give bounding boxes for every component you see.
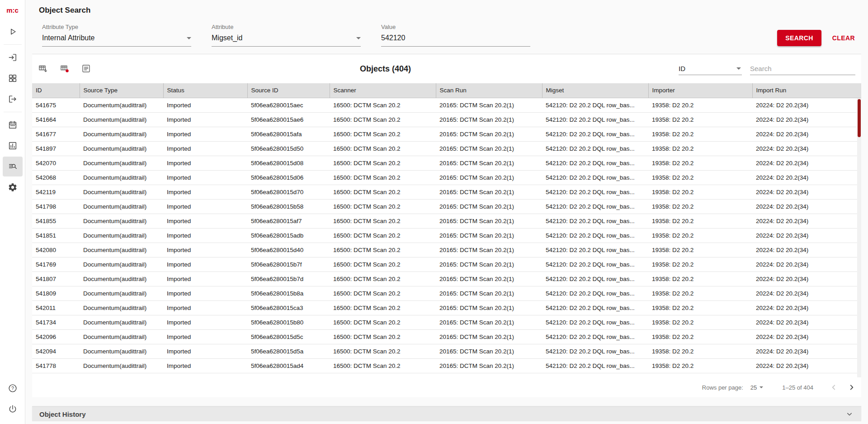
table-row[interactable]: 542068Documentum(audittrail)Imported5f06… [32,170,861,185]
table-row[interactable]: 541798Documentum(audittrail)Imported5f06… [32,199,861,214]
save-grid-settings-button[interactable] [37,63,49,75]
previous-page-button[interactable] [829,382,839,392]
cell-migset: 542120: D2 20.2 DQL row_bas... [542,98,648,112]
chevron-down-icon [356,37,361,39]
cell-import-run: 20224: D2 20.2(34) [752,315,861,329]
grid-icon [8,73,18,83]
cell-migset: 542120: D2 20.2 DQL row_bas... [542,272,648,286]
app-logo: m:c [6,6,19,14]
table-row[interactable]: 541851Documentum(audittrail)Imported5f06… [32,228,861,243]
sidebar-item-power[interactable] [3,399,23,419]
cell-migset: 542120: D2 20.2 DQL row_bas... [542,257,648,272]
column-header-status[interactable]: Status [163,83,247,98]
cell-status: Imported [163,199,247,214]
cell-source-id: 5f06ea6280015b7d [247,272,330,286]
cell-id: 542094 [32,344,80,358]
table-row[interactable]: 542119Documentum(audittrail)Imported5f06… [32,185,861,199]
cell-scanner: 16500: DCTM Scan 20.2 [330,185,436,199]
cell-scan-run: 20165: DCTM Scan 20.2(1) [436,344,542,358]
cell-status: Imported [163,185,247,199]
attribute-type-field: Attribute Type Internal Attribute [42,24,191,47]
table-row[interactable]: 541855Documentum(audittrail)Imported5f06… [32,214,861,228]
sidebar-item-dashboard[interactable] [3,68,23,88]
table-row[interactable]: 542080Documentum(audittrail)Imported5f06… [32,243,861,257]
cell-scanner: 16500: DCTM Scan 20.2 [330,300,436,315]
cell-migset: 542120: D2 20.2 DQL row_bas... [542,300,648,315]
column-header-scanner[interactable]: Scanner [330,83,436,98]
sidebar-item-scheduler[interactable] [3,115,23,135]
column-header-id[interactable]: ID [32,83,80,98]
cell-import-run: 20224: D2 20.2(34) [752,214,861,228]
sidebar-item-settings[interactable] [3,177,23,197]
next-page-button[interactable] [847,382,857,392]
cell-import-run: 20224: D2 20.2(34) [752,300,861,315]
cell-source-id: 5f06ea6280015d40 [247,243,330,257]
column-header-importer[interactable]: Importer [648,83,752,98]
cell-id: 541897 [32,141,80,156]
attribute-select[interactable]: Migset_id [212,32,361,47]
cell-migset: 542120: D2 20.2 DQL row_bas... [542,156,648,170]
cell-scan-run: 20165: DCTM Scan 20.2(1) [436,170,542,185]
cell-status: Imported [163,243,247,257]
bar-chart-icon [8,141,18,151]
sidebar-item-help[interactable]: ? [3,378,23,398]
table-search-input[interactable] [750,63,855,75]
object-search-form: Attribute Type Internal Attribute Attrib… [32,21,861,54]
cell-scan-run: 20165: DCTM Scan 20.2(1) [436,257,542,272]
attribute-type-select[interactable]: Internal Attribute [42,32,191,47]
table-row[interactable]: 542094Documentum(audittrail)Imported5f06… [32,344,861,358]
table-scrollbar-thumb[interactable] [858,99,861,137]
column-header-import-run[interactable]: Import Run [752,83,861,98]
objects-table-body: 541675Documentum(audittrail)Imported5f06… [32,98,861,373]
chevron-down-icon [845,410,854,419]
cell-scanner: 16500: DCTM Scan 20.2 [330,257,436,272]
cell-scanner: 16500: DCTM Scan 20.2 [330,127,436,141]
table-row[interactable]: 542096Documentum(audittrail)Imported5f06… [32,329,861,344]
sidebar-item-statistics[interactable] [3,136,23,156]
column-header-source-id[interactable]: Source ID [247,83,330,98]
table-row[interactable]: 541675Documentum(audittrail)Imported5f06… [32,98,861,112]
cell-scanner: 16500: DCTM Scan 20.2 [330,170,436,185]
cell-source-id: 5f06ea6280015b58 [247,199,330,214]
choose-columns-button[interactable] [80,63,92,75]
sidebar-item-export[interactable] [3,89,23,109]
cell-importer: 19358: D2 20.2 [648,257,752,272]
table-row[interactable]: 541807Documentum(audittrail)Imported5f06… [32,272,861,286]
calendar-icon [8,120,18,130]
table-row[interactable]: 541677Documentum(audittrail)Imported5f06… [32,127,861,141]
cell-importer: 19358: D2 20.2 [648,344,752,358]
rows-per-page-select[interactable]: 25 [750,384,763,391]
cell-source-id: 5f06ea6280015d08 [247,156,330,170]
table-row[interactable]: 541809Documentum(audittrail)Imported5f06… [32,286,861,300]
table-row[interactable]: 542011Documentum(audittrail)Imported5f06… [32,300,861,315]
table-row[interactable]: 541769Documentum(audittrail)Imported5f06… [32,257,861,272]
sidebar-item-object-search[interactable] [3,157,23,176]
sidebar-item-import[interactable] [3,48,23,67]
cell-scan-run: 20165: DCTM Scan 20.2(1) [436,243,542,257]
search-button[interactable]: SEARCH [777,30,821,46]
table-row[interactable]: 541778Documentum(audittrail)Imported5f06… [32,358,861,373]
cell-scan-run: 20165: DCTM Scan 20.2(1) [436,300,542,315]
cell-migset: 542120: D2 20.2 DQL row_bas... [542,199,648,214]
clear-button[interactable]: CLEAR [832,34,855,42]
table-row[interactable]: 542070Documentum(audittrail)Imported5f06… [32,156,861,170]
choose-columns-icon [81,64,91,74]
filter-column-select[interactable]: ID [679,63,742,75]
column-header-migset[interactable]: Migset [542,83,648,98]
table-row[interactable]: 541897Documentum(audittrail)Imported5f06… [32,141,861,156]
form-actions: SEARCH CLEAR [777,30,855,46]
table-row[interactable]: 541734Documentum(audittrail)Imported5f06… [32,315,861,329]
column-header-source-type[interactable]: Source Type [80,83,163,98]
cell-scan-run: 20165: DCTM Scan 20.2(1) [436,228,542,243]
cell-scanner: 16500: DCTM Scan 20.2 [330,199,436,214]
cell-importer: 19358: D2 20.2 [648,272,752,286]
table-row[interactable]: 541664Documentum(audittrail)Imported5f06… [32,112,861,127]
value-input[interactable] [381,32,530,47]
sidebar-item-run[interactable] [3,22,23,42]
cell-id: 541778 [32,358,80,373]
attribute-label: Attribute [212,24,361,30]
reset-grid-settings-button[interactable] [59,63,71,75]
object-history-panel[interactable]: Object History [32,406,861,421]
table-scrollbar[interactable] [857,98,861,377]
column-header-scan-run[interactable]: Scan Run [436,83,542,98]
